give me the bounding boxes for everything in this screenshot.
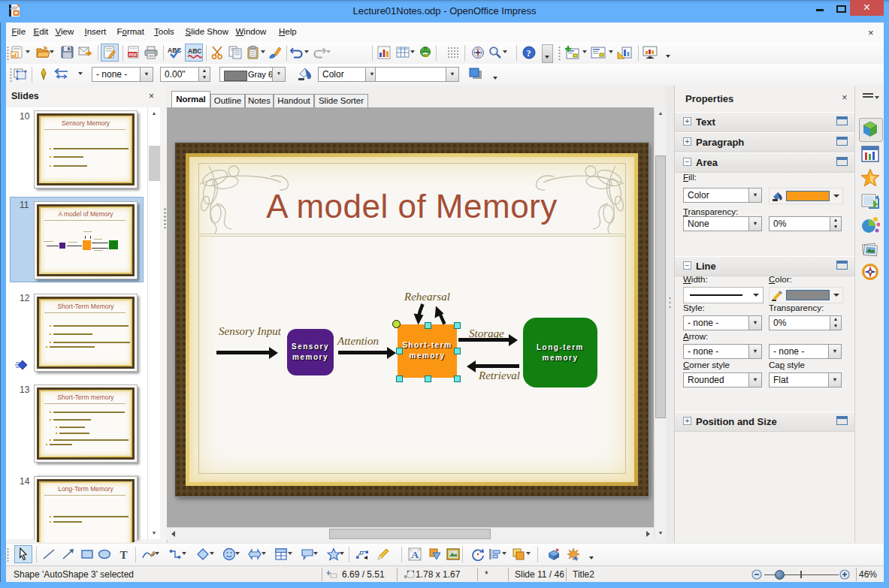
svg-text:?: ? [527,48,531,59]
svg-text:ABC: ABC [188,47,201,55]
svg-text:T: T [120,549,128,561]
svg-text:A: A [412,549,419,560]
svg-text:PDF: PDF [129,53,138,57]
